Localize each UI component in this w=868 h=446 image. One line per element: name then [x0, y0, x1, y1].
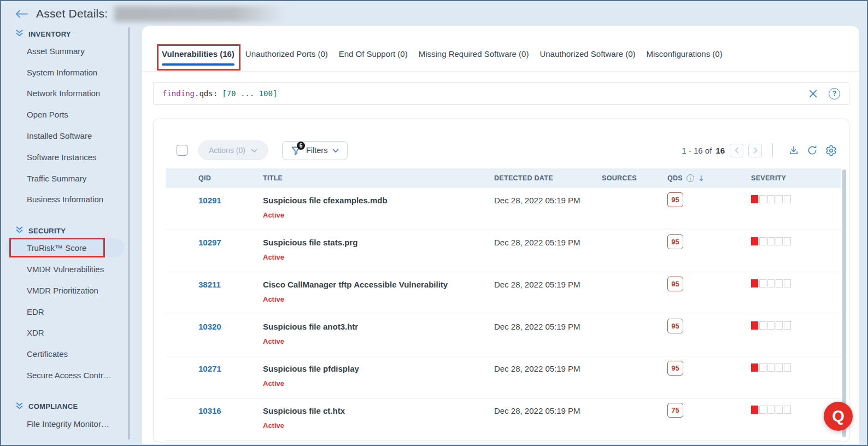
severity-square-empty: [776, 195, 783, 203]
prev-page-button[interactable]: [730, 144, 743, 157]
clear-search-icon[interactable]: [808, 89, 818, 98]
sidebar-item[interactable]: System Information: [1, 62, 128, 83]
qualys-logo: Q: [832, 407, 844, 425]
tab-label: Unauthorized Ports (0): [245, 49, 328, 58]
sidebar-item[interactable]: Secure Access Contr…: [1, 365, 128, 386]
filters-button[interactable]: 6 Filters: [282, 141, 348, 160]
table-row[interactable]: 10291 Suspicious file cfexamples.mdb Act…: [166, 188, 841, 230]
row-checkbox-spacer: [166, 272, 198, 314]
sidebar-item[interactable]: Asset Summary: [1, 40, 128, 62]
sidebar-item-label: Network Information: [27, 89, 100, 98]
table-body: 10291 Suspicious file cfexamples.mdb Act…: [154, 188, 849, 441]
chevron-right-icon: [753, 147, 758, 154]
sidebar-item[interactable]: Business Information: [1, 189, 128, 210]
table-row[interactable]: 10271 Suspicious file pfdisplay Active D…: [166, 356, 841, 398]
back-arrow-icon[interactable]: [15, 9, 28, 19]
vulnerability-title: Suspicious file anot3.htr: [263, 322, 494, 331]
severity-square-empty: [759, 406, 766, 414]
sidebar-section-header[interactable]: INVENTORY: [1, 27, 128, 40]
qid-link[interactable]: 10316: [198, 406, 221, 415]
tab-end-of-support[interactable]: End Of Support (0): [339, 49, 408, 58]
sidebar-section-items: Asset Summary System Information Network…: [1, 40, 128, 210]
table-row[interactable]: 10316 Suspicious file ct.htx Active Dec …: [166, 398, 841, 441]
sidebar-item[interactable]: VMDR Vulnerabilities: [1, 259, 128, 280]
search-input[interactable]: finding .qds: [70 ... 100] ?: [153, 82, 849, 105]
severity-bar: [751, 237, 792, 245]
double-chevron-down-icon: [15, 402, 24, 412]
detected-date: Dec 28, 2022 05:19 PM: [494, 272, 602, 314]
status-active: Active: [263, 337, 494, 345]
qid-link[interactable]: 10291: [198, 196, 221, 205]
sidebar-item-label: Asset Summary: [27, 46, 85, 56]
sidebar-section-header[interactable]: SECURITY: [1, 224, 128, 237]
row-checkbox-spacer: [166, 188, 198, 230]
column-header-sources[interactable]: SOURCES: [602, 174, 667, 182]
sidebar-item[interactable]: TruRisk™ Score: [5, 238, 124, 257]
sidebar-section-header[interactable]: COMPLIANCE: [1, 400, 128, 413]
query-value-token: [70 ... 100]: [222, 89, 277, 98]
filters-label: Filters: [306, 146, 327, 155]
sidebar-section: COMPLIANCE File Integrity Monitor…: [1, 400, 128, 435]
tab-label: Unauthorized Software (0): [539, 49, 635, 58]
sidebar-item[interactable]: EDR: [1, 301, 128, 322]
sidebar-item[interactable]: Software Instances: [1, 146, 128, 168]
qds-score-badge: 95: [667, 277, 683, 291]
severity-square-empty: [767, 195, 775, 203]
severity-square-filled: [751, 406, 758, 414]
download-icon[interactable]: [788, 145, 799, 156]
tab-missing-required-software[interactable]: Missing Required Software (0): [419, 49, 529, 58]
table-row[interactable]: 38211 Cisco CallManager tftp Accessible …: [166, 272, 841, 314]
column-header-title[interactable]: TITLE: [263, 174, 494, 182]
sidebar-item[interactable]: XDR: [1, 322, 128, 344]
status-active: Active: [263, 211, 494, 219]
tab-misconfigurations[interactable]: Misconfigurations (0): [646, 49, 722, 58]
sidebar-item[interactable]: Installed Software: [1, 125, 128, 146]
severity-square-empty: [759, 195, 766, 203]
qid-link[interactable]: 10297: [198, 238, 221, 247]
help-icon[interactable]: ?: [829, 88, 840, 99]
table-row[interactable]: 10297 Suspicious file stats.prg Active D…: [166, 230, 841, 272]
select-all-checkbox[interactable]: [177, 145, 187, 156]
sidebar-item-label: Software Instances: [27, 152, 97, 162]
column-header-detected-date[interactable]: DETECTED DATE: [494, 174, 602, 182]
column-header-severity[interactable]: SEVERITY: [751, 174, 841, 182]
sidebar-sections: INVENTORY Asset Summary System Informati…: [1, 27, 128, 435]
sidebar-item[interactable]: Certificates: [1, 343, 128, 365]
settings-gear-icon[interactable]: [825, 145, 837, 156]
severity-square-empty: [784, 363, 791, 372]
severity-square-empty: [767, 363, 775, 372]
table-scrollbar[interactable]: [842, 169, 846, 437]
info-icon[interactable]: [687, 174, 694, 182]
refresh-icon[interactable]: [807, 145, 818, 156]
detected-date: Dec 28, 2022 05:19 PM: [494, 356, 602, 398]
sources-cell: [602, 356, 667, 398]
qualys-assistant-button[interactable]: Q: [824, 402, 853, 431]
sidebar-item-label: File Integrity Monitor…: [27, 419, 109, 429]
qid-link[interactable]: 38211: [198, 280, 221, 289]
actions-button[interactable]: Actions (0): [198, 140, 268, 160]
next-page-button[interactable]: [748, 144, 762, 157]
tab-unauthorized-software[interactable]: Unauthorized Software (0): [539, 49, 635, 58]
row-checkbox-spacer: [166, 356, 198, 398]
qid-link[interactable]: 10271: [198, 364, 221, 373]
sidebar-item[interactable]: Network Information: [1, 83, 128, 104]
column-header-qid[interactable]: QID: [198, 174, 263, 182]
sidebar-item[interactable]: Traffic Summary: [1, 168, 128, 189]
double-chevron-down-icon: [15, 29, 24, 39]
severity-square-empty: [776, 406, 783, 414]
sidebar-item[interactable]: VMDR Prioritization: [1, 280, 128, 301]
actions-label: Actions (0): [209, 146, 245, 155]
status-active: Active: [263, 379, 494, 388]
qds-label: QDS: [667, 174, 683, 182]
tab-vulnerabilities[interactable]: Vulnerabilities (16): [162, 49, 234, 58]
sidebar-section-label: COMPLIANCE: [28, 402, 78, 410]
column-header-qds[interactable]: QDS: [667, 174, 751, 183]
asset-details-window: Asset Details: INVENTORY Asset Summary S…: [0, 0, 868, 446]
qid-link[interactable]: 10320: [198, 322, 221, 331]
sidebar-item[interactable]: Open Ports: [1, 104, 128, 125]
tab-unauthorized-ports[interactable]: Unauthorized Ports (0): [245, 49, 328, 58]
sidebar-item-label: EDR: [27, 307, 44, 316]
table-row[interactable]: 10320 Suspicious file anot3.htr Active D…: [166, 314, 841, 356]
sidebar-item[interactable]: File Integrity Monitor…: [1, 413, 128, 435]
row-checkbox-spacer: [166, 230, 198, 272]
